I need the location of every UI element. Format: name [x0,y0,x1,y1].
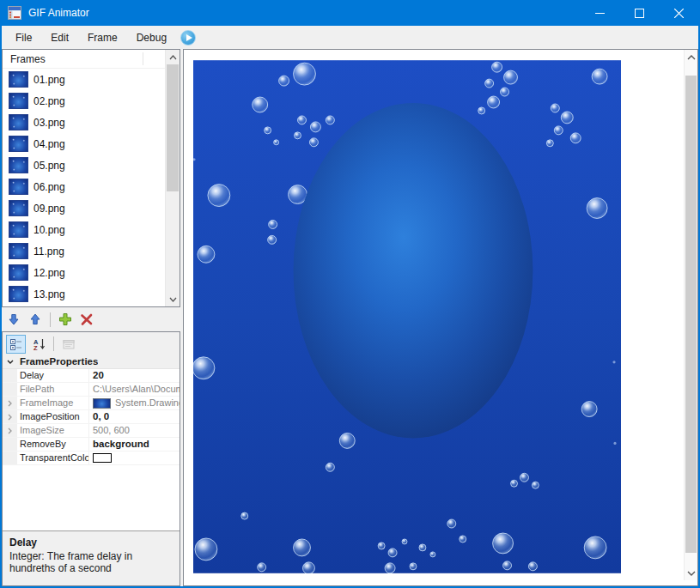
frame-thumbnail [9,93,28,109]
categorized-button[interactable] [6,335,26,354]
menu-edit[interactable]: Edit [41,27,78,48]
frame-label: 09.png [33,203,65,215]
property-grid: A Z [2,331,180,586]
menu-file[interactable]: File [6,27,41,48]
row-gutter [3,452,17,464]
frame-thumbnail [9,221,28,238]
frame-thumbnail [9,264,28,281]
property-value-text: System.Drawing.I [115,397,180,409]
category-label: FrameProperties [17,355,98,368]
expand-chevron-icon[interactable] [3,397,17,409]
maximize-button[interactable] [619,0,659,26]
frame-thumbnail [9,200,28,216]
move-frame-down-button[interactable] [6,312,21,327]
frame-preview-image [193,60,621,573]
list-item[interactable]: 06.png [3,176,165,197]
frame-thumbnail [9,179,28,195]
property-name: FilePath [17,383,88,396]
frames-list: Frames 01.png 02.png 03.png 04.png 05.pn… [2,49,180,307]
list-item[interactable]: 10.png [3,219,165,240]
help-description: Integer: The frame delay in hundreths of… [9,550,168,574]
property-value[interactable]: background [88,438,180,451]
property-name: RemoveBy [17,438,88,451]
frames-list-scrollbar[interactable] [165,50,180,306]
scroll-down-icon[interactable] [685,566,697,580]
property-row-transparentcolor[interactable]: TransparentColor [3,452,180,465]
property-row-frameimage[interactable]: FrameImage System.Drawing.I [3,397,180,410]
titlebar: GIF Animator [2,0,698,26]
frames-list-header[interactable]: Frames [3,50,180,69]
frame-label: 06.png [33,181,65,193]
scrollbar-thumb[interactable] [167,64,179,191]
scroll-down-icon[interactable] [166,292,180,306]
menu-debug[interactable]: Debug [127,27,176,48]
scroll-up-icon[interactable] [685,50,697,64]
row-gutter [3,438,17,451]
scrollbar-thumb[interactable] [685,76,697,553]
list-item[interactable]: 12.png [3,262,165,283]
move-frame-up-button[interactable] [27,312,43,327]
property-value: 500, 600 [88,424,180,437]
frame-label: 10.png [33,224,65,236]
list-item[interactable]: 11.png [3,240,165,262]
row-gutter [3,383,17,396]
property-value[interactable]: 20 [88,369,180,382]
frame-thumbnail [9,157,28,173]
list-item[interactable]: 13.png [3,283,165,305]
toolbar-separator [50,312,51,327]
app-window: GIF Animator File Edit Frame Debug [0,0,700,588]
frame-thumbnail [9,243,28,259]
property-row-removeby[interactable]: RemoveBy background [3,438,180,452]
property-row-imagesize[interactable]: ImageSize 500, 600 [3,424,180,438]
property-row-delay[interactable]: Delay 20 [3,369,180,383]
list-item[interactable]: 05.png [3,155,165,176]
list-item[interactable]: 02.png [3,90,165,112]
property-grid-toolbar: A Z [3,332,180,355]
delete-frame-button[interactable] [79,312,94,327]
property-name: FrameImage [17,397,88,409]
property-row-filepath[interactable]: FilePath C:\Users\Alan\Docum [3,383,180,397]
expand-chevron-icon[interactable] [3,424,17,437]
close-button[interactable] [659,0,698,26]
row-gutter [3,369,17,382]
frames-list-rows: 01.png 02.png 03.png 04.png 05.png 06.pn… [3,69,165,306]
frames-toolbar [2,307,180,331]
preview-scrollbar[interactable] [684,50,697,580]
property-name: TransparentColor [17,452,88,464]
arrow-up-icon [28,312,42,326]
frame-thumbnail [9,136,28,152]
list-item[interactable]: 09.png [3,197,165,219]
window-title: GIF Animator [28,7,89,19]
plus-icon [58,312,72,326]
property-pages-button[interactable] [58,335,78,354]
minimize-icon [595,9,605,18]
property-value[interactable]: 0, 0 [88,410,180,423]
property-category-row[interactable]: FrameProperties [3,355,180,369]
play-button[interactable] [180,30,196,45]
property-name: ImageSize [17,424,88,437]
collapse-chevron-icon[interactable] [3,355,17,368]
list-item[interactable]: 01.png [3,69,165,90]
property-value[interactable] [88,452,180,464]
expand-chevron-icon[interactable] [3,410,17,423]
frame-label: 04.png [33,138,65,150]
property-value: C:\Users\Alan\Docum [88,383,180,396]
menubar: File Edit Frame Debug [2,26,698,49]
left-panel: Frames 01.png 02.png 03.png 04.png 05.pn… [2,49,180,586]
property-name: Delay [17,369,88,382]
frame-label: 05.png [33,160,65,172]
menu-frame[interactable]: Frame [78,27,127,48]
window-controls [580,0,698,26]
minimize-button[interactable] [580,0,619,26]
add-frame-button[interactable] [58,312,73,327]
alphabetical-button[interactable]: A Z [29,335,49,354]
delete-x-icon [80,312,94,326]
property-row-imageposition[interactable]: ImagePosition 0, 0 [3,410,180,424]
color-swatch[interactable] [93,453,112,463]
scroll-up-icon[interactable] [166,50,180,64]
list-item[interactable]: 03.png [3,112,165,133]
property-value: System.Drawing.I [88,397,180,409]
frame-thumbnail [9,286,28,302]
property-help-panel: Delay Integer: The frame delay in hundre… [3,530,180,585]
list-item[interactable]: 04.png [3,133,165,155]
